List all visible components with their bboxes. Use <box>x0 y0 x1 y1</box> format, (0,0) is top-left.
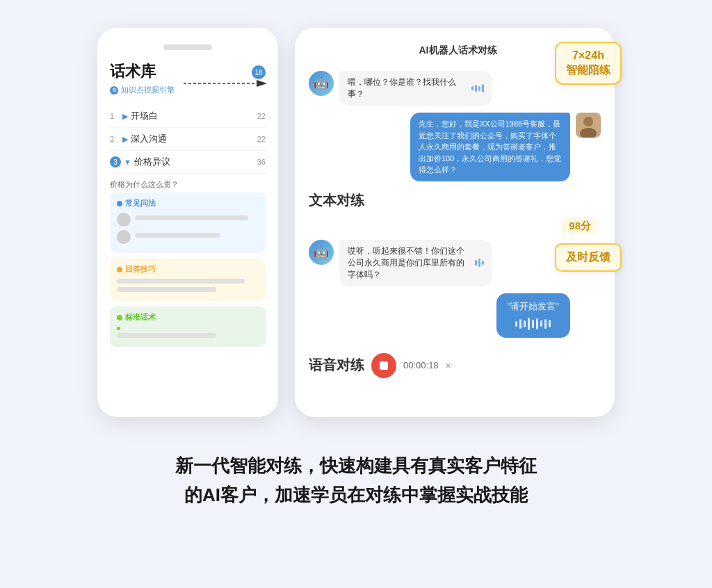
wf-bar-7 <box>540 320 542 327</box>
wave-5 <box>475 260 477 266</box>
tip-section: 回答技巧 <box>110 259 266 301</box>
badge-7x24-line2: 智能陪练 <box>566 63 610 78</box>
close-button[interactable]: × <box>446 360 451 371</box>
chat-messages: 🤖 喂，哪位？你是谁？找我什么事？ <box>309 71 601 378</box>
bubble-bot-2: 哎呀，听起来很不错！你们这个公司永久商用是你们库里所有的字体吗？ <box>339 240 492 286</box>
phone-notch <box>163 44 212 50</box>
wf-bar-1 <box>515 321 517 327</box>
text-practice-label: 文本对练 <box>309 191 601 210</box>
svg-point-3 <box>583 117 593 126</box>
list-count-3: 36 <box>257 158 266 166</box>
wave-7 <box>482 261 484 265</box>
question-label: 价格为什么这么贵？ <box>110 179 266 190</box>
faq-title: 常见问法 <box>117 198 259 209</box>
bottom-line1: 新一代智能对练，快速构建具有真实客户特征 的AI客户，加速学员在对练中掌握实战技… <box>175 452 537 509</box>
faq-skeleton-1 <box>135 215 248 220</box>
knowledge-icon: ⚙ <box>110 86 118 95</box>
faq-skeleton-2 <box>135 233 220 238</box>
timer-text: 00:00:18 <box>403 360 439 370</box>
std-section: 标准话术 <box>110 307 266 347</box>
list-num-2: 2 <box>110 135 120 143</box>
sound-waves-2 <box>475 259 484 267</box>
score-container: 98分 <box>309 220 598 233</box>
list-label-3: 价格异议 <box>134 156 257 168</box>
badge-7x24-line1: 7×24h <box>566 49 610 63</box>
voice-section: 语音对练 00:00:18 × <box>309 353 601 378</box>
tip-title: 回答技巧 <box>117 264 259 275</box>
connector-arrow <box>184 73 267 97</box>
wave-3 <box>478 86 480 91</box>
faq-avatar-1 <box>117 213 131 227</box>
badge-7x24: 7×24h 智能陪练 <box>555 42 622 85</box>
faq-avatar-2 <box>117 230 131 244</box>
score-badge: 98分 <box>562 217 598 234</box>
wf-bar-9 <box>549 320 551 327</box>
bubble-human-1: 先生，您好，我是XX公司1988号客服，最近您关注了我们的公众号，购买了字体个人… <box>410 113 570 181</box>
top-section: 话术库 ⚙ 知识点挖掘引擎 18 1 ▶ 开场白 22 2 ▶ 深入沟通 22 … <box>42 28 670 417</box>
badge-timely: 及时反馈 <box>555 243 622 272</box>
list-item-3[interactable]: 3 ▼ 价格异议 36 <box>110 151 266 174</box>
wf-bar-6 <box>536 318 538 329</box>
waveform <box>508 317 559 331</box>
bot-avatar-2: 🤖 <box>309 240 334 265</box>
faq-dot <box>117 201 122 206</box>
list-num-3: 3 <box>110 156 121 168</box>
tip-dot <box>117 267 122 272</box>
chat-header-title: AI机器人话术对练 <box>419 44 497 57</box>
list-item-2[interactable]: 2 ▶ 深入沟通 22 <box>110 128 266 151</box>
voice-bubble: "请开始发言" <box>496 293 570 338</box>
list-label-1: 开场白 <box>131 110 257 122</box>
list-count-1: 22 <box>257 112 266 120</box>
std-title: 标准话术 <box>117 312 259 322</box>
voice-bubble-text: "请开始发言" <box>508 300 559 313</box>
wave-6 <box>478 259 480 267</box>
wf-bar-4 <box>528 318 530 330</box>
voice-label: 语音对练 <box>309 356 364 375</box>
wave-2 <box>475 85 477 92</box>
std-skeleton-1 <box>117 333 216 338</box>
list-num-1: 1 <box>110 112 120 120</box>
tip-skeleton-2 <box>117 287 216 292</box>
sound-waves-1 <box>471 84 484 92</box>
faq-row-2 <box>117 230 259 244</box>
list-arrow-1: ▶ <box>122 112 128 121</box>
chat-mockup: AI机器人话术对练 🤖 7×24h 智能陪练 🤖 喂，哪位？你是谁？找我什么事？ <box>295 28 615 417</box>
wf-bar-5 <box>532 320 534 328</box>
bot-avatar-1: 🤖 <box>309 71 334 96</box>
list-arrow-3: ▼ <box>124 158 131 166</box>
bottom-text: 新一代智能对练，快速构建具有真实客户特征 的AI客户，加速学员在对练中掌握实战技… <box>175 452 537 509</box>
faq-section: 常见问法 <box>110 193 266 253</box>
record-icon <box>380 361 388 370</box>
wf-bar-3 <box>524 320 526 327</box>
wave-4 <box>482 84 484 92</box>
wave-1 <box>471 86 474 90</box>
std-bullet <box>117 327 120 330</box>
human-avatar-1 <box>576 113 601 138</box>
list-arrow-2: ▶ <box>122 135 128 144</box>
msg-row-2: 先生，您好，我是XX公司1988号客服，最近您关注了我们的公众号，购买了字体个人… <box>309 113 601 181</box>
list-count-2: 22 <box>257 135 266 143</box>
std-dot <box>117 315 122 320</box>
svg-marker-1 <box>257 80 267 87</box>
wf-bar-2 <box>519 319 521 329</box>
list-label-2: 深入沟通 <box>131 133 257 145</box>
faq-row-1 <box>117 213 259 227</box>
list-item-1[interactable]: 1 ▶ 开场白 22 <box>110 105 266 128</box>
wf-bar-8 <box>544 319 547 329</box>
record-button[interactable] <box>371 353 396 378</box>
tip-skeleton-1 <box>117 279 245 284</box>
bubble-bot-1: 喂，哪位？你是谁？找我什么事？ <box>339 71 492 106</box>
